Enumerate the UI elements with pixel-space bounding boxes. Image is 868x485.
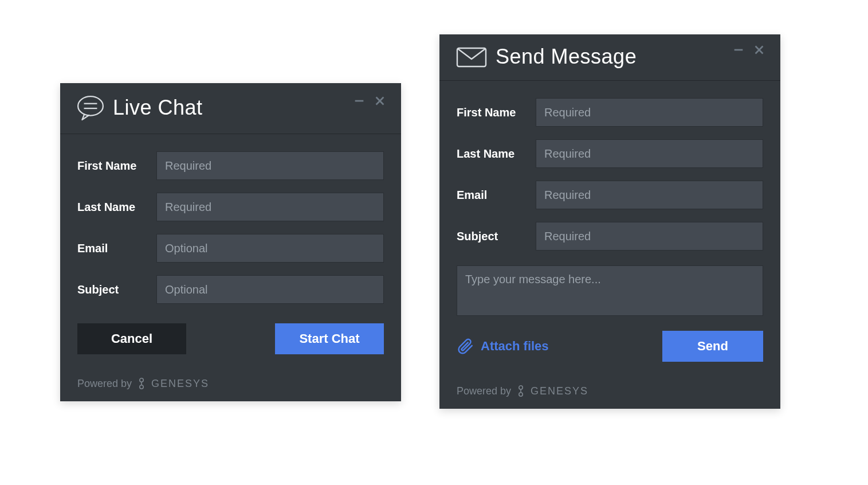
first-name-input[interactable] — [156, 151, 384, 180]
live-chat-header: Live Chat — [60, 83, 401, 134]
send-message-title: Send Message — [496, 45, 732, 69]
first-name-row: First Name — [457, 98, 763, 127]
subject-label: Subject — [457, 230, 536, 243]
cancel-button[interactable]: Cancel — [77, 323, 186, 354]
subject-label: Subject — [77, 283, 156, 296]
email-row: Email — [77, 234, 384, 263]
live-chat-button-row: Cancel Start Chat — [77, 323, 384, 354]
last-name-input[interactable] — [156, 193, 384, 221]
last-name-row: Last Name — [457, 139, 763, 168]
subject-input[interactable] — [156, 275, 384, 304]
email-label: Email — [77, 242, 156, 255]
send-message-window-controls — [732, 44, 765, 58]
live-chat-widget: Live Chat First Name Last Name Email — [60, 83, 401, 401]
first-name-label: First Name — [77, 159, 156, 173]
subject-row: Subject — [457, 222, 763, 251]
minimize-button[interactable] — [353, 95, 366, 109]
live-chat-form: First Name Last Name Email Subject Cance… — [60, 134, 401, 367]
send-message-widget: Send Message First Name Last Name Email — [439, 34, 780, 409]
svg-point-14 — [519, 393, 523, 396]
first-name-row: First Name — [77, 151, 384, 180]
email-input[interactable] — [156, 234, 384, 263]
message-textarea[interactable] — [457, 265, 763, 316]
first-name-input[interactable] — [536, 98, 763, 127]
first-name-label: First Name — [457, 106, 536, 119]
svg-point-0 — [78, 96, 103, 115]
email-label: Email — [457, 189, 536, 202]
close-button[interactable] — [753, 44, 765, 58]
close-button[interactable] — [374, 95, 386, 109]
last-name-input[interactable] — [536, 139, 763, 168]
send-message-button-row: Attach files Send — [457, 331, 763, 362]
send-message-header: Send Message — [439, 34, 780, 81]
brand-name: GENESYS — [531, 385, 588, 397]
envelope-icon — [455, 45, 488, 68]
svg-point-13 — [519, 386, 523, 389]
last-name-label: Last Name — [77, 201, 156, 214]
attach-files-label: Attach files — [481, 339, 549, 354]
start-chat-button[interactable]: Start Chat — [275, 323, 384, 354]
powered-by-text: Powered by — [77, 378, 132, 390]
genesys-logo-icon — [136, 377, 147, 390]
last-name-label: Last Name — [457, 147, 536, 161]
minimize-button[interactable] — [732, 44, 745, 58]
live-chat-window-controls — [353, 95, 386, 109]
subject-input[interactable] — [536, 222, 763, 251]
send-message-footer: Powered by GENESYS — [439, 374, 780, 409]
attach-files-button[interactable]: Attach files — [457, 338, 549, 355]
svg-point-7 — [140, 385, 143, 389]
live-chat-footer: Powered by GENESYS — [60, 367, 401, 401]
chat-bubble-icon — [76, 93, 105, 122]
genesys-logo-icon — [516, 385, 526, 397]
last-name-row: Last Name — [77, 193, 384, 221]
svg-point-6 — [140, 378, 143, 382]
paperclip-icon — [457, 338, 474, 355]
send-button[interactable]: Send — [662, 331, 763, 362]
send-message-form: First Name Last Name Email Subject — [439, 81, 780, 374]
powered-by-text: Powered by — [457, 385, 511, 397]
subject-row: Subject — [77, 275, 384, 304]
brand-name: GENESYS — [151, 378, 209, 390]
live-chat-title: Live Chat — [113, 96, 353, 120]
email-row: Email — [457, 181, 763, 209]
email-input[interactable] — [536, 181, 763, 209]
